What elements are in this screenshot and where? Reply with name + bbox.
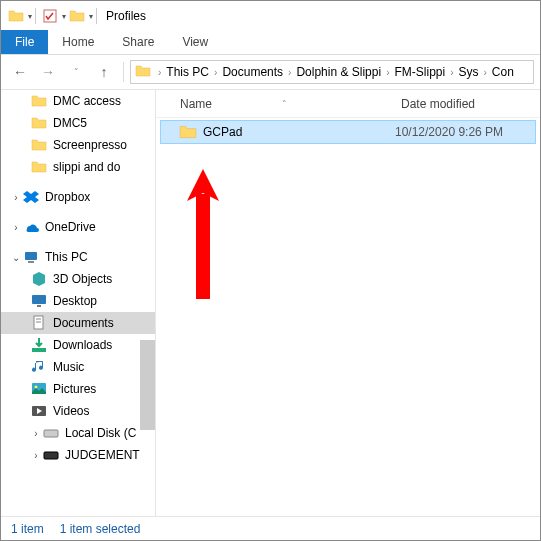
breadcrumb[interactable]: FM-Slippi [392, 65, 447, 79]
chevron-right-icon[interactable]: › [11, 222, 21, 233]
chevron-right-icon[interactable]: › [211, 67, 220, 78]
chevron-right-icon[interactable]: › [155, 67, 164, 78]
folder-icon [31, 115, 47, 131]
navigation-row: ← → ˅ ↑ › This PC › Documents › Dolphin … [1, 55, 540, 89]
file-tab[interactable]: File [1, 30, 48, 54]
chevron-down-icon[interactable]: ⌄ [11, 252, 21, 263]
svg-rect-1 [25, 252, 37, 260]
sidebar-item-label: DMC5 [53, 116, 87, 130]
svg-rect-12 [44, 452, 58, 459]
sidebar-item[interactable]: DMC5 [1, 112, 155, 134]
status-selection: 1 item selected [60, 522, 141, 536]
tab-home[interactable]: Home [48, 30, 108, 54]
window-title: Profiles [106, 9, 146, 23]
tab-share[interactable]: Share [108, 30, 168, 54]
properties-icon[interactable] [41, 7, 59, 25]
sidebar-item-label: Screenpresso [53, 138, 127, 152]
dropbox-icon [23, 189, 39, 205]
titlebar: ▾ ▾ ▾ Profiles [1, 1, 540, 31]
disk-icon [43, 425, 59, 441]
recent-locations-button[interactable]: ˅ [63, 59, 89, 85]
sidebar-item[interactable]: Videos [1, 400, 155, 422]
address-bar[interactable]: › This PC › Documents › Dolphin & Slippi… [130, 60, 534, 84]
chevron-down-icon[interactable]: ▾ [89, 12, 93, 21]
file-name: GCPad [203, 125, 395, 139]
sidebar-item[interactable]: Desktop [1, 290, 155, 312]
sidebar-item-label: OneDrive [45, 220, 96, 234]
scrollbar-thumb[interactable] [140, 340, 155, 430]
sidebar-item[interactable]: Screenpresso [1, 134, 155, 156]
downloads-icon [31, 337, 47, 353]
folder-icon [31, 93, 47, 109]
file-row[interactable]: GCPad 10/12/2020 9:26 PM [160, 120, 536, 144]
chevron-down-icon[interactable]: ▾ [62, 12, 66, 21]
desktop-icon [31, 293, 47, 309]
sidebar-item[interactable]: 3D Objects [1, 268, 155, 290]
sidebar-item-thispc[interactable]: ⌄This PC [1, 246, 155, 268]
forward-button[interactable]: → [35, 59, 61, 85]
status-bar: 1 item 1 item selected [1, 516, 540, 540]
sidebar-item-label: 3D Objects [53, 272, 112, 286]
sidebar-item[interactable]: ›Local Disk (C [1, 422, 155, 444]
3d-objects-icon [31, 271, 47, 287]
chevron-right-icon[interactable]: › [31, 428, 41, 439]
svg-rect-2 [28, 261, 34, 263]
chevron-right-icon[interactable]: › [383, 67, 392, 78]
sidebar-item[interactable]: Downloads [1, 334, 155, 356]
folder-icon [31, 137, 47, 153]
file-date: 10/12/2020 9:26 PM [395, 125, 503, 139]
drive-icon [43, 447, 59, 463]
navigation-pane: DMC access DMC5 Screenpresso slippi and … [1, 90, 156, 516]
sidebar-item[interactable]: Music [1, 356, 155, 378]
sidebar-item-label: slippi and do [53, 160, 120, 174]
chevron-right-icon[interactable]: › [481, 67, 490, 78]
svg-rect-11 [44, 430, 58, 437]
music-icon [31, 359, 47, 375]
svg-rect-3 [32, 295, 46, 304]
tab-view[interactable]: View [168, 30, 222, 54]
folder-icon [179, 123, 197, 141]
sidebar-item[interactable]: slippi and do [1, 156, 155, 178]
documents-icon [31, 315, 47, 331]
sidebar-item-label: Dropbox [45, 190, 90, 204]
column-header-name[interactable]: Name˄ [156, 97, 391, 111]
chevron-right-icon[interactable]: › [285, 67, 294, 78]
breadcrumb[interactable]: Sys [457, 65, 481, 79]
sidebar-item-label: Music [53, 360, 84, 374]
chevron-right-icon[interactable]: › [11, 192, 21, 203]
chevron-right-icon[interactable]: › [447, 67, 456, 78]
sidebar-item-label: DMC access [53, 94, 121, 108]
videos-icon [31, 403, 47, 419]
up-button[interactable]: ↑ [91, 59, 117, 85]
sidebar-item-label: Desktop [53, 294, 97, 308]
sidebar-item[interactable]: Pictures [1, 378, 155, 400]
sidebar-item-label: Documents [53, 316, 114, 330]
column-headers: Name˄ Date modified [156, 90, 540, 118]
onedrive-icon [23, 219, 39, 235]
sidebar-item-label: JUDGEMENT [65, 448, 140, 462]
sort-asc-icon: ˄ [282, 99, 287, 109]
folder-icon [31, 159, 47, 175]
chevron-down-icon[interactable]: ▾ [28, 12, 32, 21]
chevron-right-icon[interactable]: › [31, 450, 41, 461]
breadcrumb[interactable]: Con [490, 65, 516, 79]
svg-rect-4 [37, 305, 41, 307]
sidebar-item-documents[interactable]: Documents [1, 312, 155, 334]
back-button[interactable]: ← [7, 59, 33, 85]
sidebar-item-label: Downloads [53, 338, 112, 352]
sidebar-item-onedrive[interactable]: ›OneDrive [1, 216, 155, 238]
pictures-icon [31, 381, 47, 397]
column-header-date[interactable]: Date modified [391, 97, 540, 111]
sidebar-item[interactable]: ›JUDGEMENT [1, 444, 155, 466]
sidebar-item[interactable]: DMC access [1, 90, 155, 112]
breadcrumb[interactable]: Dolphin & Slippi [294, 65, 383, 79]
breadcrumb[interactable]: Documents [220, 65, 285, 79]
breadcrumb[interactable]: This PC [164, 65, 211, 79]
sidebar-item-label: Videos [53, 404, 89, 418]
sidebar-item-label: Local Disk (C [65, 426, 136, 440]
folder-icon [7, 7, 25, 25]
ribbon-tabs: File Home Share View [1, 31, 540, 55]
status-item-count: 1 item [11, 522, 44, 536]
folder-icon [135, 63, 151, 82]
sidebar-item-dropbox[interactable]: ›Dropbox [1, 186, 155, 208]
